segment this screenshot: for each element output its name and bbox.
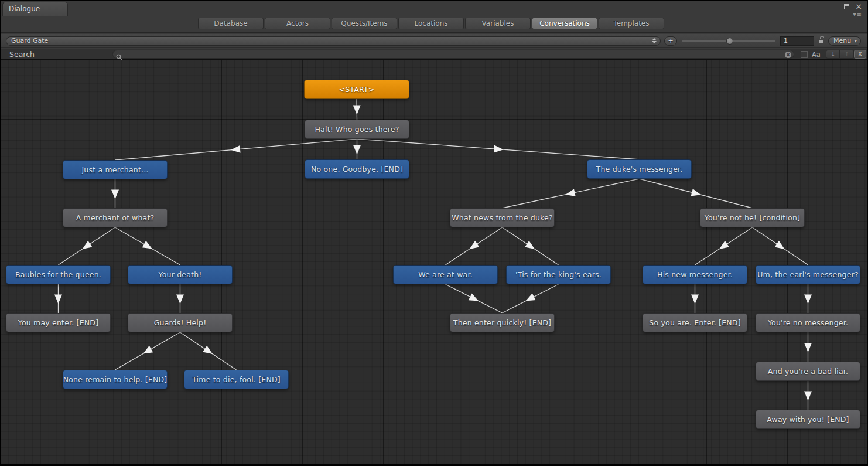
edges-layer [1, 60, 867, 464]
menu-caret-icon: ▾ [854, 37, 857, 46]
dialogue-node-earl[interactable]: Um, the earl's messenger? [756, 265, 860, 284]
clear-search-icon[interactable]: × [785, 52, 791, 58]
link-arrow-icon [353, 145, 361, 155]
section-tabs: DatabaseActorsQuests/ItemsLocationsVaria… [198, 18, 664, 29]
link-arrow-icon [353, 105, 361, 114]
window-header: Dialogue × ▾≡ DatabaseActorsQuests/Items… [1, 1, 867, 33]
search-input[interactable] [125, 50, 782, 58]
search-nav-buttons: ↓ ↑ [826, 50, 854, 59]
link-arrow-icon [804, 392, 812, 401]
dialogue-node-youmay[interactable]: You may enter. [END] [6, 313, 111, 332]
lock-icon[interactable] [818, 36, 824, 47]
link-arrow-icon [141, 346, 153, 357]
dialogue-node-nothe[interactable]: You're not he! [condition] [700, 208, 805, 227]
pane-hamburger-icon: ≡ [857, 11, 862, 18]
zoom-value-field[interactable]: 1 [780, 36, 814, 46]
dialogue-node-halt[interactable]: Halt! Who goes there? [305, 120, 409, 139]
dialogue-node-war[interactable]: We are at war. [393, 265, 498, 284]
dialogue-node-timetodie[interactable]: Time to die, fool. [END] [184, 370, 289, 389]
link-arrow-icon [80, 241, 93, 253]
maximize-icon[interactable] [844, 4, 849, 9]
link-arrow-icon [111, 190, 119, 199]
dialogue-node-thenenter[interactable]: Then enter quickly! [END] [450, 313, 555, 332]
conversation-toolbar: Guard Gate + 1 Menu ▾ [1, 34, 867, 48]
dialogue-node-badliar[interactable]: And you're a bad liar. [756, 362, 860, 381]
link-arrow-icon [775, 241, 787, 253]
dialogue-node-soyouare[interactable]: So you are. Enter. [END] [643, 313, 747, 332]
tab-templates[interactable]: Templates [599, 18, 664, 29]
dialogue-node-merchantwhat[interactable]: A merchant of what? [63, 208, 168, 227]
link-arrow-icon [142, 241, 154, 252]
tab-locations[interactable]: Locations [398, 18, 464, 29]
link-arrow-icon [717, 241, 729, 253]
dialogue-node-start[interactable]: <START> [304, 80, 409, 99]
conversation-select-dropdown[interactable]: Guard Gate [6, 36, 661, 46]
dialogue-graph-canvas[interactable]: <START>Halt! Who goes there?Just a merch… [1, 60, 867, 464]
link-arrow-icon [524, 294, 536, 305]
menu-dropdown[interactable]: Menu ▾ [828, 36, 861, 46]
search-label: Search [9, 50, 35, 59]
menu-label: Menu [833, 37, 851, 45]
link-arrow-icon [691, 295, 699, 304]
tab-actors[interactable]: Actors [265, 18, 330, 29]
link-arrow-icon [691, 189, 702, 199]
link-arrow-icon [565, 189, 575, 198]
dialogue-node-duke[interactable]: The duke's messenger. [587, 159, 692, 179]
dialogue-node-noneremain[interactable]: None remain to help. [END] [63, 370, 168, 389]
tab-conversations[interactable]: Conversations [532, 18, 597, 29]
link-arrow-icon [176, 295, 184, 304]
search-bar: Search × Aa ↓ ↑ X [1, 49, 867, 60]
link-arrow-icon [525, 241, 537, 253]
tab-database[interactable]: Database [198, 18, 264, 29]
zoom-slider[interactable] [682, 36, 775, 46]
pane-menu-icon[interactable]: ▾≡ [853, 11, 862, 18]
zoom-slider-knob[interactable] [726, 38, 733, 45]
match-case-checkbox[interactable] [801, 51, 808, 58]
dialogue-node-hisnew[interactable]: His new messenger. [643, 265, 747, 284]
close-search-button[interactable]: X [854, 50, 866, 59]
link-arrow-icon [804, 343, 812, 352]
window-title-tab[interactable]: Dialogue [2, 2, 68, 16]
match-case-label: Aa [812, 50, 821, 59]
dialogue-node-baubles[interactable]: Baubles for the queen. [6, 265, 111, 284]
link-arrow-icon [469, 294, 480, 305]
close-icon[interactable]: × [855, 4, 862, 9]
tab-quests-items[interactable]: Quests/Items [332, 18, 397, 29]
conversation-select-value: Guard Gate [11, 37, 48, 45]
search-next-button[interactable]: ↓ [826, 50, 840, 59]
search-field[interactable]: × [112, 50, 794, 59]
dialogue-node-whatnews[interactable]: What news from the duke? [450, 208, 555, 227]
popup-updown-icon [652, 38, 657, 43]
link-arrow-icon [230, 145, 240, 154]
dialogue-node-noone[interactable]: No one. Goodbye. [END] [305, 159, 409, 179]
search-previous-button[interactable]: ↑ [840, 50, 854, 59]
link-arrow-icon [467, 241, 480, 253]
dialogue-node-nomsg[interactable]: You're no messenger. [756, 313, 860, 332]
window-controls: × [844, 4, 862, 9]
dialogue-node-tis[interactable]: 'Tis for the king's ears. [506, 265, 611, 284]
dialogue-node-merchant[interactable]: Just a merchant... [63, 160, 168, 179]
link-arrow-icon [54, 295, 62, 304]
add-conversation-button[interactable]: + [664, 36, 677, 46]
dialogue-node-guards[interactable]: Guards! Help! [128, 313, 233, 332]
tab-variables[interactable]: Variables [465, 18, 531, 29]
dialogue-node-away[interactable]: Away with you! [END] [756, 410, 860, 429]
link-arrow-icon [804, 295, 812, 304]
link-arrow-icon [494, 145, 504, 154]
dialogue-editor-window: Dialogue × ▾≡ DatabaseActorsQuests/Items… [0, 0, 868, 466]
link-arrow-icon [203, 346, 215, 358]
dialogue-node-death[interactable]: Your death! [128, 265, 233, 284]
